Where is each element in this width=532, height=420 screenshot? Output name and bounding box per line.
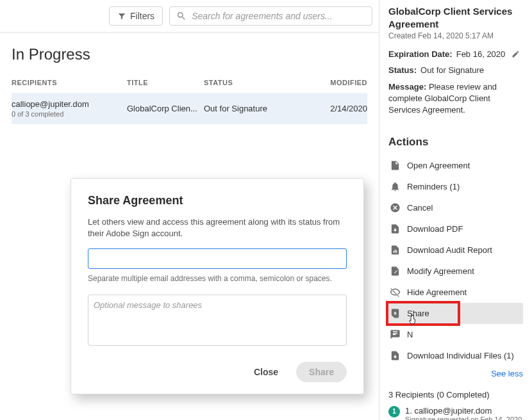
recipients-summary: 3 Recipients (0 Completed) bbox=[388, 390, 523, 400]
table-row[interactable]: calliope@jupiter.dom 0 of 3 completed Gl… bbox=[12, 93, 367, 124]
completed-text: 0 of 3 completed bbox=[12, 110, 127, 118]
modify-icon bbox=[390, 266, 401, 277]
share-email-input[interactable] bbox=[88, 248, 347, 269]
action-download-pdf[interactable]: Download PDF bbox=[388, 218, 523, 239]
share-modal: Share Agreement Let others view and acce… bbox=[71, 178, 364, 394]
agreement-title: GlobalCorp Client Services Agreement bbox=[388, 5, 523, 30]
recipient-email: 1. calliope@jupiter.dom bbox=[405, 406, 522, 416]
action-label: Cancel bbox=[407, 203, 433, 213]
title-cell: GlobalCorp Clien... bbox=[127, 104, 204, 113]
share-message-textarea[interactable] bbox=[88, 295, 347, 346]
recipient-email: calliope@jupiter.dom bbox=[12, 99, 127, 109]
col-modified: MODIFIED bbox=[316, 79, 367, 86]
action-download-individual[interactable]: Download Individual Files (1) bbox=[388, 345, 523, 366]
status-cell: Out for Signature bbox=[204, 104, 316, 113]
status-label: Status: bbox=[388, 65, 417, 75]
action-label: Reminders (1) bbox=[407, 182, 460, 191]
download-files-icon bbox=[390, 350, 401, 361]
action-modify[interactable]: Modify Agreement bbox=[388, 261, 523, 282]
edit-icon[interactable] bbox=[511, 50, 520, 58]
status-value: Out for Signature bbox=[420, 65, 484, 75]
created-line: Created Feb 14, 2020 5:17 AM bbox=[388, 31, 523, 40]
modal-description: Let others view and access this agreemen… bbox=[88, 216, 347, 239]
action-label: Modify Agreement bbox=[407, 266, 474, 276]
top-toolbar: Filters bbox=[0, 0, 379, 33]
modal-hint: Separate multiple email addresses with a… bbox=[88, 274, 347, 283]
col-recipients: RECIPIENTS bbox=[12, 79, 127, 86]
action-download-audit[interactable]: Download Audit Report bbox=[388, 239, 523, 261]
filters-button[interactable]: Filters bbox=[109, 6, 163, 26]
recipients-block: 3 Recipients (0 Completed) 1 1. calliope… bbox=[388, 390, 523, 420]
status-row: Status: Out for Signature bbox=[388, 65, 523, 75]
action-hide[interactable]: Hide Agreement bbox=[388, 282, 523, 303]
message-row: Message: Please review and complete Glob… bbox=[388, 81, 523, 117]
bell-icon bbox=[390, 181, 401, 192]
recipient-badge: 1 bbox=[388, 406, 400, 417]
share-button[interactable]: Share bbox=[296, 362, 347, 382]
action-label: N bbox=[407, 330, 413, 339]
action-share[interactable]: Share bbox=[388, 303, 523, 324]
cancel-icon bbox=[390, 202, 401, 213]
expiration-label: Expiration Date: bbox=[388, 49, 453, 59]
action-label: Open Agreement bbox=[407, 161, 470, 170]
search-icon bbox=[176, 11, 187, 21]
page-title: In Progress bbox=[12, 45, 367, 63]
expiration-value: Feb 16, 2020 bbox=[456, 49, 506, 59]
modified-cell: 2/14/2020 bbox=[316, 104, 367, 113]
note-icon bbox=[390, 329, 401, 340]
download-pdf-icon bbox=[390, 223, 401, 234]
message-label: Message: bbox=[388, 82, 426, 92]
action-label: Hide Agreement bbox=[407, 287, 467, 297]
recipient-cell: calliope@jupiter.dom 0 of 3 completed bbox=[12, 99, 127, 118]
share-icon bbox=[390, 308, 401, 319]
search-box[interactable] bbox=[169, 6, 372, 26]
filters-label: Filters bbox=[130, 11, 154, 21]
expiration-row: Expiration Date: Feb 16, 2020 bbox=[388, 49, 523, 59]
hide-icon bbox=[390, 287, 401, 298]
document-icon bbox=[390, 160, 401, 171]
action-cancel[interactable]: Cancel bbox=[388, 197, 523, 218]
action-label: Download PDF bbox=[407, 224, 463, 234]
actions-header: Actions bbox=[388, 136, 523, 149]
side-panel: GlobalCorp Client Services Agreement Cre… bbox=[379, 0, 532, 420]
action-label: Download Audit Report bbox=[407, 245, 492, 255]
col-status: STATUS bbox=[204, 79, 316, 86]
table-header: RECIPIENTS TITLE STATUS MODIFIED bbox=[12, 79, 367, 93]
action-label: Download Individual Files (1) bbox=[407, 351, 514, 360]
col-title: TITLE bbox=[127, 79, 204, 86]
close-button[interactable]: Close bbox=[244, 362, 288, 382]
filter-icon bbox=[117, 12, 126, 20]
action-reminders[interactable]: Reminders (1) bbox=[388, 176, 523, 197]
search-input[interactable] bbox=[192, 11, 365, 21]
main-content: Filters In Progress RECIPIENTS TITLE STA… bbox=[0, 0, 379, 420]
recipient-detail: Signature requested on Feb 14, 2020 bbox=[405, 416, 522, 420]
recipient-row-1[interactable]: 1 1. calliope@jupiter.dom Signature requ… bbox=[388, 406, 523, 420]
modal-footer: Close Share bbox=[88, 362, 347, 382]
download-audit-icon bbox=[390, 245, 401, 255]
see-less-link[interactable]: See less bbox=[388, 369, 523, 378]
content-area: In Progress RECIPIENTS TITLE STATUS MODI… bbox=[0, 33, 379, 124]
modal-title: Share Agreement bbox=[88, 194, 347, 207]
action-open-agreement[interactable]: Open Agreement bbox=[388, 155, 523, 176]
action-notes[interactable]: N bbox=[388, 324, 523, 345]
